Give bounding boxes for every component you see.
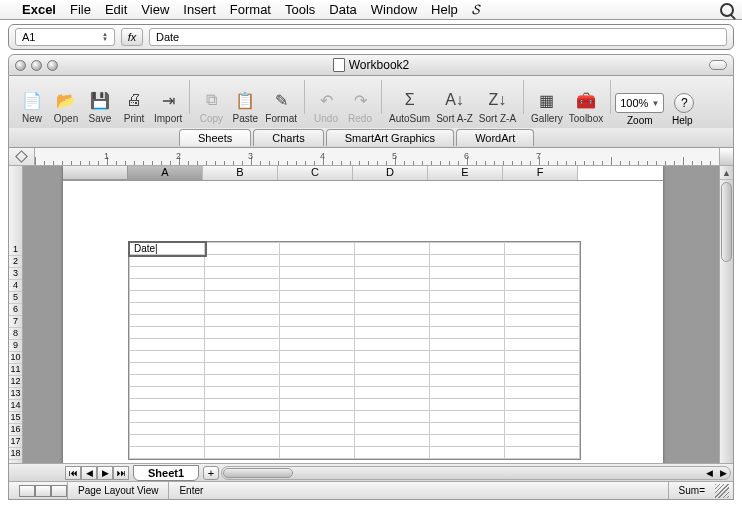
row-header-17[interactable]: 17 [9, 436, 22, 448]
menu-help[interactable]: Help [431, 2, 458, 17]
last-sheet-button[interactable]: ⏭ [113, 466, 129, 480]
cell-E13[interactable] [430, 387, 505, 399]
cell-E15[interactable] [430, 411, 505, 423]
cell-F16[interactable] [505, 423, 580, 435]
sort-za-button[interactable]: Z↓Sort Z-A [476, 87, 519, 126]
page-layout-view-button[interactable] [35, 485, 51, 497]
cell-F11[interactable] [505, 363, 580, 375]
cell-B12[interactable] [205, 375, 280, 387]
cell-A15[interactable] [130, 411, 205, 423]
cell-E1[interactable] [430, 243, 505, 255]
sheet-tab-sheet1[interactable]: Sheet1 [133, 465, 199, 481]
column-header-f[interactable]: F [503, 166, 578, 180]
cell-A17[interactable] [130, 435, 205, 447]
cell-B10[interactable] [205, 351, 280, 363]
cell-D4[interactable] [355, 279, 430, 291]
cell-F13[interactable] [505, 387, 580, 399]
sort-az-button[interactable]: A↓Sort A-Z [433, 87, 476, 126]
cell-B14[interactable] [205, 399, 280, 411]
cell-F17[interactable] [505, 435, 580, 447]
cell-C14[interactable] [280, 399, 355, 411]
cell-E4[interactable] [430, 279, 505, 291]
cell-B18[interactable] [205, 447, 280, 459]
cell-grid[interactable]: Date| [128, 241, 581, 460]
cell-D13[interactable] [355, 387, 430, 399]
cell-F2[interactable] [505, 255, 580, 267]
cell-A11[interactable] [130, 363, 205, 375]
cell-C8[interactable] [280, 327, 355, 339]
cell-B7[interactable] [205, 315, 280, 327]
cell-B2[interactable] [205, 255, 280, 267]
cell-D10[interactable] [355, 351, 430, 363]
menu-format[interactable]: Format [230, 2, 271, 17]
cell-E7[interactable] [430, 315, 505, 327]
import-button[interactable]: ⇥Import [151, 87, 185, 126]
cell-A18[interactable] [130, 447, 205, 459]
cell-C10[interactable] [280, 351, 355, 363]
cell-A8[interactable] [130, 327, 205, 339]
cell-B9[interactable] [205, 339, 280, 351]
row-header-5[interactable]: 5 [9, 292, 22, 304]
cell-C5[interactable] [280, 291, 355, 303]
horizontal-scrollbar[interactable]: ◀ ▶ [221, 466, 731, 480]
cell-A5[interactable] [130, 291, 205, 303]
cell-D5[interactable] [355, 291, 430, 303]
vertical-scrollbar[interactable]: ▲ [719, 166, 733, 463]
cell-F10[interactable] [505, 351, 580, 363]
tab-smartart[interactable]: SmartArt Graphics [326, 129, 454, 146]
cell-C18[interactable] [280, 447, 355, 459]
cell-D14[interactable] [355, 399, 430, 411]
cell-C1[interactable] [280, 243, 355, 255]
row-header-8[interactable]: 8 [9, 328, 22, 340]
cell-C9[interactable] [280, 339, 355, 351]
cell-E5[interactable] [430, 291, 505, 303]
formula-input[interactable]: Date [149, 28, 727, 46]
cell-D2[interactable] [355, 255, 430, 267]
cell-A7[interactable] [130, 315, 205, 327]
cell-C12[interactable] [280, 375, 355, 387]
cell-E14[interactable] [430, 399, 505, 411]
cell-F12[interactable] [505, 375, 580, 387]
menu-insert[interactable]: Insert [183, 2, 216, 17]
cell-B16[interactable] [205, 423, 280, 435]
cell-A12[interactable] [130, 375, 205, 387]
menu-view[interactable]: View [141, 2, 169, 17]
open-button[interactable]: 📂Open [49, 87, 83, 126]
row-header-16[interactable]: 16 [9, 424, 22, 436]
row-header-9[interactable]: 9 [9, 340, 22, 352]
undo-button[interactable]: ↶Undo [309, 87, 343, 126]
cell-D9[interactable] [355, 339, 430, 351]
cell-D17[interactable] [355, 435, 430, 447]
cell-A14[interactable] [130, 399, 205, 411]
cell-D1[interactable] [355, 243, 430, 255]
row-header-7[interactable]: 7 [9, 316, 22, 328]
cell-A1[interactable]: Date| [130, 243, 205, 255]
cell-D11[interactable] [355, 363, 430, 375]
print-button[interactable]: 🖨Print [117, 87, 151, 126]
cell-C17[interactable] [280, 435, 355, 447]
cell-A3[interactable] [130, 267, 205, 279]
next-sheet-button[interactable]: ▶ [97, 466, 113, 480]
cell-E18[interactable] [430, 447, 505, 459]
row-header-3[interactable]: 3 [9, 268, 22, 280]
toolbox-button[interactable]: 🧰Toolbox [566, 87, 606, 126]
help-button[interactable]: ? [674, 93, 694, 113]
copy-button[interactable]: ⧉Copy [194, 87, 228, 126]
column-header-e[interactable]: E [428, 166, 503, 180]
scroll-right-icon[interactable]: ▶ [716, 467, 730, 479]
row-header-10[interactable]: 10 [9, 352, 22, 364]
cell-B3[interactable] [205, 267, 280, 279]
cell-D7[interactable] [355, 315, 430, 327]
scroll-up-icon[interactable]: ▲ [720, 166, 733, 180]
first-sheet-button[interactable]: ⏮ [65, 466, 81, 480]
row-header-18[interactable]: 18 [9, 448, 22, 460]
resize-grip-icon[interactable] [715, 484, 729, 498]
row-header-14[interactable]: 14 [9, 400, 22, 412]
cell-F4[interactable] [505, 279, 580, 291]
cell-F6[interactable] [505, 303, 580, 315]
cell-E16[interactable] [430, 423, 505, 435]
cell-A16[interactable] [130, 423, 205, 435]
vscroll-thumb[interactable] [721, 182, 732, 262]
menu-data[interactable]: Data [329, 2, 356, 17]
cell-E8[interactable] [430, 327, 505, 339]
